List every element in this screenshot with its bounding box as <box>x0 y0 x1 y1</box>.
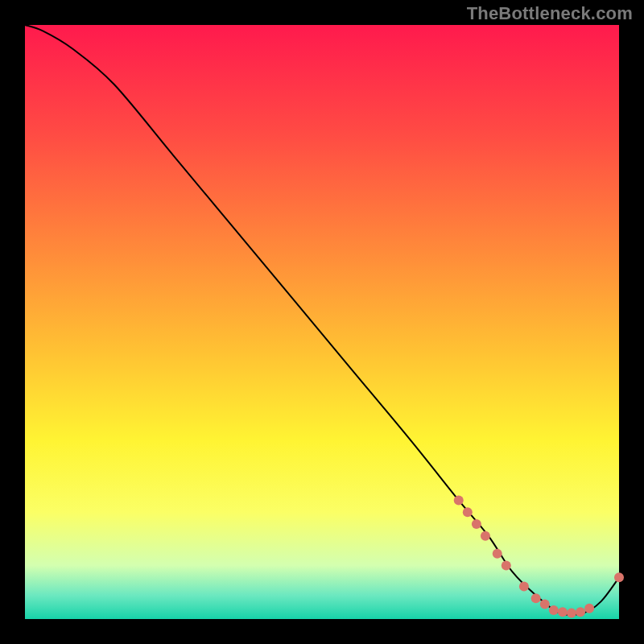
chart-frame: TheBottleneck.com <box>0 0 644 644</box>
curve-markers <box>454 495 624 617</box>
plot-area <box>25 25 619 619</box>
data-point <box>481 531 490 541</box>
data-point <box>493 549 502 559</box>
watermark-text: TheBottleneck.com <box>467 3 633 24</box>
curve-layer <box>25 25 619 619</box>
data-point <box>614 572 624 582</box>
data-point <box>567 609 576 618</box>
data-point <box>454 495 464 505</box>
data-point <box>584 604 594 613</box>
bottleneck-curve <box>25 25 619 615</box>
data-point <box>531 593 541 603</box>
data-point <box>549 605 559 615</box>
data-point <box>558 607 568 617</box>
data-point <box>519 581 529 591</box>
data-point <box>502 561 511 571</box>
data-point <box>463 507 473 517</box>
data-point <box>540 600 550 609</box>
data-point <box>472 519 481 529</box>
data-point <box>576 607 585 617</box>
